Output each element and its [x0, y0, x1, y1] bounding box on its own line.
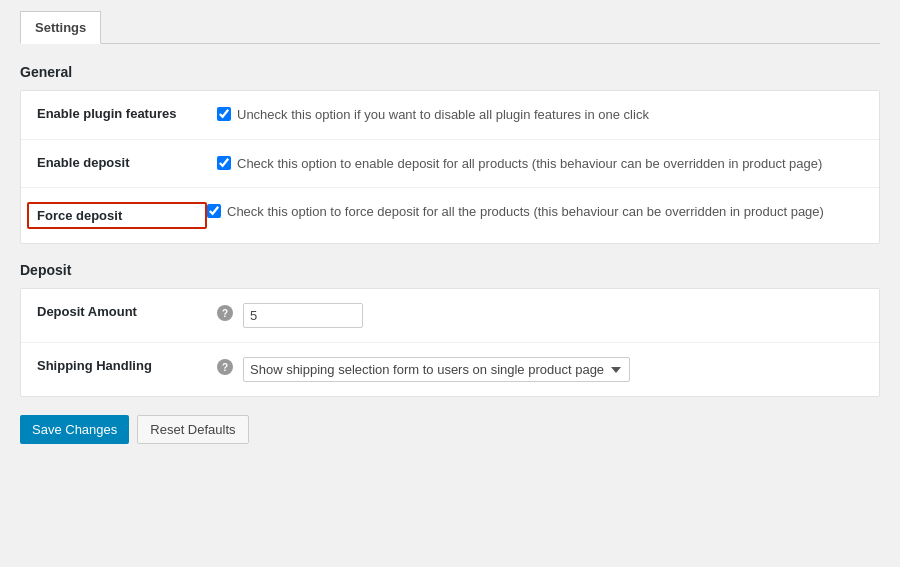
setting-label-deposit-amount: Deposit Amount [37, 303, 217, 319]
general-section-heading: General [20, 64, 880, 80]
deposit-section-heading: Deposit [20, 262, 880, 278]
shipping-handling-help-icon[interactable]: ? [217, 359, 233, 375]
setting-control-shipping-handling: ? Show shipping selection form to users … [217, 357, 863, 382]
setting-row-enable-deposit: Enable deposit Check this option to enab… [21, 140, 879, 189]
deposit-amount-input[interactable] [243, 303, 363, 328]
setting-label-force-deposit: Force deposit [27, 202, 207, 229]
setting-label-shipping-handling: Shipping Handling [37, 357, 217, 373]
setting-control-deposit-amount: ? [217, 303, 863, 328]
enable-deposit-checkbox[interactable] [217, 156, 231, 170]
setting-row-enable-plugin: Enable plugin features Uncheck this opti… [21, 91, 879, 140]
setting-label-enable-deposit: Enable deposit [37, 154, 217, 170]
reset-defaults-button[interactable]: Reset Defaults [137, 415, 248, 444]
enable-plugin-checkbox[interactable] [217, 107, 231, 121]
shipping-handling-select[interactable]: Show shipping selection form to users on… [243, 357, 630, 382]
tab-settings[interactable]: Settings [20, 11, 101, 44]
setting-control-enable-deposit: Check this option to enable deposit for … [217, 154, 863, 174]
setting-label-enable-plugin: Enable plugin features [37, 105, 217, 121]
general-settings-card: Enable plugin features Uncheck this opti… [20, 90, 880, 244]
setting-row-deposit-amount: Deposit Amount ? [21, 289, 879, 343]
deposit-amount-help-icon[interactable]: ? [217, 305, 233, 321]
force-deposit-checkbox[interactable] [207, 204, 221, 218]
tabs-bar: Settings [20, 10, 880, 44]
save-changes-button[interactable]: Save Changes [20, 415, 129, 444]
force-deposit-description: Check this option to force deposit for a… [227, 202, 824, 222]
buttons-row: Save Changes Reset Defaults [20, 415, 880, 444]
page-wrapper: Settings General Enable plugin features … [20, 10, 880, 444]
deposit-settings-card: Deposit Amount ? Shipping Handling ? Sho… [20, 288, 880, 397]
enable-deposit-description: Check this option to enable deposit for … [237, 154, 822, 174]
setting-control-enable-plugin: Uncheck this option if you want to disab… [217, 105, 863, 125]
setting-row-force-deposit: Force deposit Check this option to force… [21, 188, 879, 243]
setting-row-shipping-handling: Shipping Handling ? Show shipping select… [21, 343, 879, 396]
enable-plugin-description: Uncheck this option if you want to disab… [237, 105, 649, 125]
setting-control-force-deposit: Check this option to force deposit for a… [207, 202, 863, 222]
